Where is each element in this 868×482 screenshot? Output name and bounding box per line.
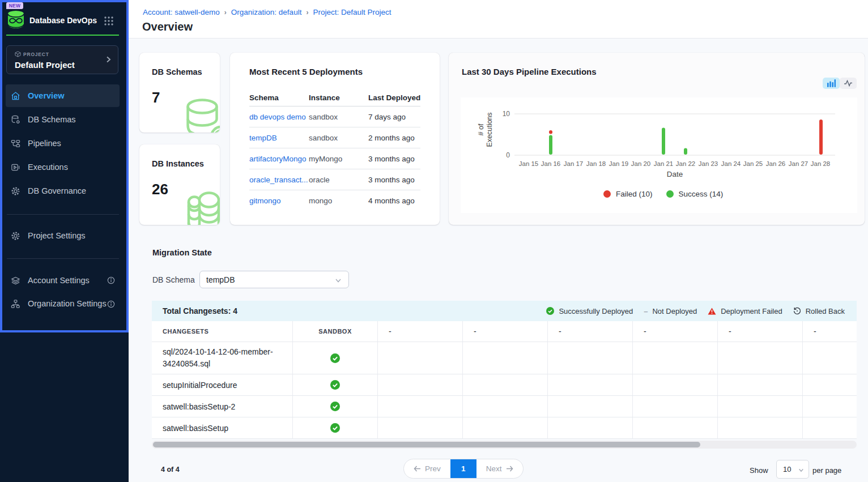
svg-text:# of: # of [477, 123, 485, 135]
svg-text:Jan 23: Jan 23 [699, 160, 718, 167]
svg-text:Executions: Executions [486, 112, 493, 147]
svg-text:Jan 19: Jan 19 [609, 160, 629, 167]
svg-text:Jan 28: Jan 28 [811, 160, 831, 167]
svg-text:Jan 20: Jan 20 [631, 160, 651, 167]
svg-text:Jan 16: Jan 16 [541, 160, 561, 167]
svg-text:10: 10 [503, 110, 510, 118]
svg-text:Jan 21: Jan 21 [654, 160, 674, 167]
svg-text:Jan 26: Jan 26 [766, 160, 786, 167]
svg-text:Jan 25: Jan 25 [743, 160, 763, 167]
svg-text:0: 0 [506, 151, 510, 159]
svg-text:Jan 22: Jan 22 [676, 160, 696, 167]
svg-text:Jan 18: Jan 18 [586, 160, 606, 167]
svg-text:Jan 17: Jan 17 [564, 160, 584, 167]
svg-text:Jan 27: Jan 27 [789, 160, 809, 167]
svg-text:Date: Date [667, 170, 683, 178]
svg-text:Jan 24: Jan 24 [721, 160, 741, 167]
svg-text:Jan 15: Jan 15 [519, 160, 539, 167]
